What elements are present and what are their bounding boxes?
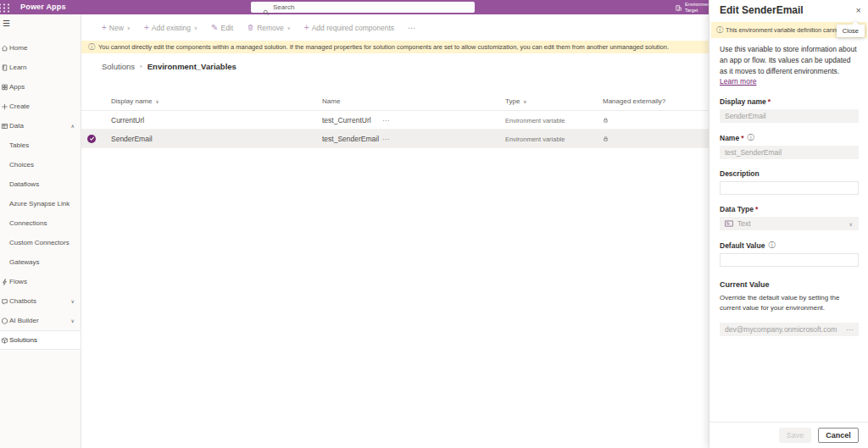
required-asterisk: * — [768, 97, 771, 106]
environment-building-icon — [675, 0, 682, 15]
breadcrumb-solutions-link[interactable]: Solutions — [102, 62, 135, 71]
remove-button[interactable]: Remove ∨ — [247, 24, 291, 32]
plus-icon: + — [144, 24, 149, 32]
column-header-type[interactable]: Type∨ — [505, 97, 526, 104]
add-existing-button[interactable]: + Add existing ∨ — [144, 24, 198, 32]
table-header-row: Display name∨ Name Type∨ Managed externa… — [81, 91, 709, 111]
solutions-box-icon — [1, 336, 8, 344]
chatbot-icon — [1, 297, 8, 305]
lock-icon — [603, 117, 609, 124]
panel-body: Use this variable to store information a… — [720, 44, 859, 336]
panel-warning-text: This environment variable definition can… — [726, 26, 850, 34]
breadcrumb-separator: › — [140, 63, 142, 70]
info-icon: ⓘ — [88, 42, 95, 52]
sidebar-item-chatbots[interactable]: Chatbots ∨ — [0, 291, 81, 311]
chevron-down-icon: ∨ — [127, 25, 131, 30]
table-row-currenturl[interactable]: CurrentUrl ⋯ test_CurrentUrl Environment… — [81, 111, 709, 130]
environment-picker[interactable]: Environment Target — [675, 0, 711, 14]
column-header-name[interactable]: Name — [322, 97, 340, 104]
sidebar-item-create[interactable]: Create — [0, 97, 81, 116]
data-type-dropdown: Text ∨ — [720, 217, 859, 230]
add-required-components-button[interactable]: + Add required components — [304, 24, 394, 32]
close-tooltip: Close — [837, 25, 865, 37]
edit-button[interactable]: ✎ Edit — [211, 24, 233, 32]
sidebar-item-azure-synapse-link[interactable]: Azure Synapse Link — [0, 194, 81, 213]
column-header-display-name[interactable]: Display name∨ — [111, 97, 159, 104]
column-header-managed-externally[interactable]: Managed externally? — [603, 97, 665, 104]
app-launcher-waffle-icon[interactable] — [0, 2, 10, 13]
close-icon[interactable]: × — [856, 4, 861, 16]
sidebar-item-choices[interactable]: Choices — [0, 155, 81, 174]
plus-icon: + — [304, 24, 309, 32]
info-icon: ⓘ — [768, 241, 775, 250]
table-row-senderemail[interactable]: SenderEmail ⋯ test_SenderEmail Environme… — [81, 130, 709, 148]
sidebar-item-dataflows[interactable]: Dataflows — [0, 174, 81, 194]
sidebar-item-learn[interactable]: Learn — [0, 58, 81, 77]
description-field[interactable] — [720, 181, 859, 195]
sidebar-item-gateways[interactable]: Gateways — [0, 252, 81, 272]
current-value-help-text: Override the default value by setting th… — [720, 293, 859, 313]
search-icon — [263, 4, 270, 19]
sidebar-item-solutions[interactable]: Solutions — [0, 330, 81, 350]
plus-icon: + — [102, 24, 107, 32]
sort-chevron-icon: ∨ — [523, 98, 526, 103]
row-commands-icon[interactable]: ⋯ — [382, 135, 390, 142]
sidebar-item-flows[interactable]: Flows — [0, 272, 81, 291]
book-icon — [1, 64, 8, 71]
chevron-down-icon: ∨ — [849, 221, 853, 227]
sidebar-item-data[interactable]: Data ∧ — [0, 116, 81, 136]
current-value-more-icon[interactable]: ⋯ — [846, 326, 854, 334]
environment-label: Environment — [685, 2, 711, 8]
panel-title: Edit SenderEmail — [720, 4, 804, 16]
learn-more-link[interactable]: Learn more — [720, 77, 756, 86]
description-label: Description — [720, 169, 760, 178]
cancel-button[interactable]: Cancel — [818, 428, 859, 443]
more-commands-button[interactable]: ⋯ — [408, 24, 416, 32]
default-value-label: Default Value — [720, 241, 765, 250]
panel-footer: Save Cancel — [709, 422, 868, 448]
current-value-heading: Current Value — [720, 280, 859, 289]
apps-grid-icon — [1, 83, 8, 91]
sidebar-item-home[interactable]: Home — [0, 38, 81, 58]
sort-chevron-icon: ∨ — [155, 98, 159, 103]
flow-lightning-icon — [1, 278, 8, 285]
plus-icon — [1, 102, 8, 110]
search-input[interactable]: Search — [251, 2, 475, 13]
home-icon — [1, 44, 8, 52]
info-icon: ⓘ — [716, 25, 723, 35]
sidebar-item-tables[interactable]: Tables — [0, 136, 81, 155]
ai-builder-icon — [1, 317, 8, 324]
lock-icon — [603, 136, 609, 142]
name-label: Name — [720, 134, 739, 142]
sidebar-item-apps[interactable]: Apps — [0, 77, 81, 97]
selected-check-icon[interactable] — [87, 135, 96, 143]
edit-variable-panel: Edit SenderEmail × ⓘ This environment va… — [709, 0, 868, 448]
new-button[interactable]: + New ∨ — [102, 24, 131, 32]
display-name-field: SenderEmail — [720, 109, 859, 123]
default-value-field[interactable] — [720, 253, 859, 267]
environment-name: Target — [685, 8, 711, 14]
text-type-icon — [725, 220, 733, 227]
required-asterisk: * — [755, 205, 758, 213]
power-apps-window: Power Apps Search Environment Target ☰ H… — [0, 0, 868, 448]
chevron-down-icon: ∨ — [71, 298, 75, 304]
sidebar-item-custom-connectors[interactable]: Custom Connectors — [0, 233, 81, 252]
display-name-label: Display name — [720, 97, 766, 106]
sidebar-item-connections[interactable]: Connections — [0, 213, 81, 233]
row-commands-icon[interactable]: ⋯ — [382, 116, 390, 124]
trash-icon — [247, 24, 254, 31]
chevron-down-icon: ∨ — [194, 25, 198, 30]
chevron-up-icon: ∧ — [71, 123, 75, 129]
sidebar-item-ai-builder[interactable]: AI Builder ∨ — [0, 311, 81, 330]
save-button[interactable]: Save — [779, 428, 811, 443]
pencil-icon: ✎ — [211, 24, 218, 32]
chevron-down-icon: ∨ — [287, 25, 291, 30]
left-navigation: ☰ Home Learn Apps Create Data ∧ — [0, 14, 81, 448]
nav-list: Home Learn Apps Create Data ∧ Tables Cho… — [0, 38, 81, 350]
panel-intro-text: Use this variable to store information a… — [720, 45, 857, 75]
banner-text: You cannot directly edit the components … — [98, 43, 669, 51]
data-table-icon — [1, 122, 8, 130]
hamburger-icon[interactable]: ☰ — [0, 14, 81, 33]
name-field: test_SenderEmail — [720, 146, 859, 159]
data-type-label: Data Type — [720, 205, 754, 213]
